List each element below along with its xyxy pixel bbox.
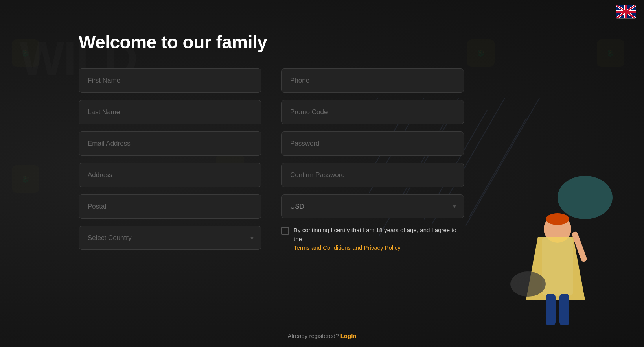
page-title: Welcome to our family <box>79 31 565 53</box>
first-name-input[interactable] <box>79 68 261 93</box>
svg-rect-7 <box>559 294 569 325</box>
already-registered-section: Already registered? LogIn <box>287 332 356 339</box>
terms-section: By continuing I certify that I am 18 yea… <box>281 226 464 251</box>
promo-code-input[interactable] <box>281 100 464 124</box>
svg-rect-6 <box>546 294 556 325</box>
login-link[interactable]: LogIn <box>340 332 357 339</box>
currency-wrapper: USD EUR GBP AUD CAD <box>281 194 464 219</box>
postal-input[interactable] <box>79 194 261 219</box>
address-input[interactable] <box>79 163 261 187</box>
phone-input[interactable] <box>281 68 464 93</box>
registration-form: USD EUR GBP AUD CAD Select Country Unite… <box>79 68 464 251</box>
password-input[interactable] <box>281 131 464 156</box>
main-content: Welcome to our family USD EUR GBP AUD CA… <box>0 0 644 282</box>
country-select[interactable]: Select Country United Kingdom United Sta… <box>79 226 261 250</box>
currency-select[interactable]: USD EUR GBP AUD CAD <box>281 194 464 218</box>
confirm-password-input[interactable] <box>281 163 464 187</box>
terms-checkbox-row: By continuing I certify that I am 18 yea… <box>281 226 464 251</box>
country-wrapper: Select Country United Kingdom United Sta… <box>79 226 261 251</box>
last-name-input[interactable] <box>79 100 261 124</box>
language-selector[interactable] <box>616 5 636 19</box>
email-input[interactable] <box>79 131 261 156</box>
terms-text: By continuing I certify that I am 18 yea… <box>294 226 464 251</box>
terms-conditions-link[interactable]: Terms and Conditions and Privacy Policy <box>294 244 464 251</box>
uk-flag <box>616 5 636 19</box>
terms-checkbox[interactable] <box>281 227 289 235</box>
already-registered-text: Already registered? <box>287 332 339 339</box>
certify-text-line1: By continuing I certify that I am 18 yea… <box>294 227 418 233</box>
